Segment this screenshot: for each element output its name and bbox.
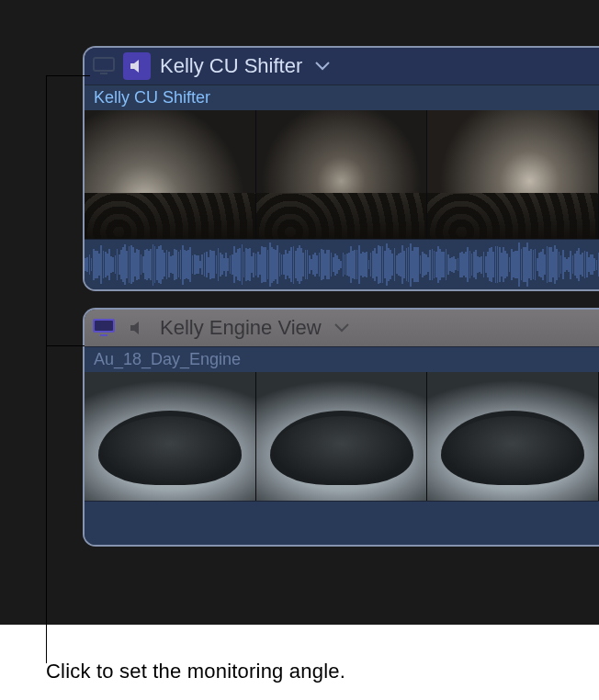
svg-rect-0: [94, 58, 114, 71]
audio-waveform[interactable]: [85, 501, 599, 545]
thumbnail: [427, 110, 599, 239]
callout-leader: [46, 75, 47, 663]
chevron-down-icon[interactable]: [334, 320, 349, 336]
audio-toggle[interactable]: [123, 314, 151, 342]
thumbnail: [85, 372, 256, 501]
angle-row: Kelly CU Shifter Kelly CU Shifter: [83, 46, 599, 291]
callout-leader: [46, 75, 90, 76]
filmstrip[interactable]: [85, 372, 599, 501]
filmstrip[interactable]: [85, 110, 599, 239]
chevron-down-icon[interactable]: [315, 58, 330, 74]
angle-title[interactable]: Kelly CU Shifter: [160, 54, 302, 78]
clip-name-label: Kelly CU Shifter: [85, 85, 599, 110]
thumbnail: [256, 110, 428, 239]
speaker-icon: [129, 58, 145, 74]
angle-tracks: Kelly CU Shifter Kelly CU Shifter: [83, 46, 599, 597]
angle-row: Kelly Engine View Au_18_Day_Engine: [83, 308, 599, 547]
monitor-toggle[interactable]: [90, 314, 118, 342]
clip-name-text: Kelly CU Shifter: [94, 88, 210, 107]
monitor-toggle[interactable]: [90, 52, 118, 80]
audio-toggle[interactable]: [123, 52, 151, 80]
svg-rect-4: [100, 334, 107, 336]
angle-title[interactable]: Kelly Engine View: [160, 316, 322, 340]
thumbnail: [256, 372, 428, 501]
speaker-icon: [129, 320, 145, 336]
callout-leader: [46, 345, 85, 346]
callout-text: Click to set the monitoring angle.: [46, 660, 345, 683]
thumbnail: [427, 372, 599, 501]
svg-rect-3: [95, 321, 113, 331]
clip-name-text: Au_18_Day_Engine: [94, 350, 241, 369]
clip-name-label: Au_18_Day_Engine: [85, 346, 599, 372]
monitor-icon: [93, 57, 115, 75]
svg-rect-1: [100, 73, 107, 74]
angle-viewer-panel: Kelly CU Shifter Kelly CU Shifter: [0, 0, 599, 625]
angle-header: Kelly Engine View: [85, 310, 599, 346]
thumbnail: [85, 110, 256, 239]
angle-header: Kelly CU Shifter: [85, 48, 599, 85]
audio-waveform[interactable]: [85, 239, 599, 289]
monitor-icon: [92, 318, 116, 338]
